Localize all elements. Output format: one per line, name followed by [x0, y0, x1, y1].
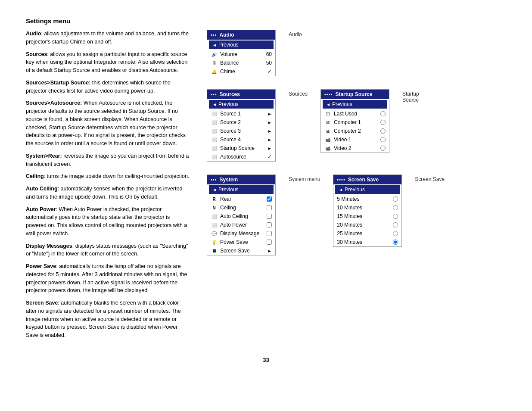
sources-previous-btn[interactable]: ◄ Previous	[209, 100, 274, 109]
arrow-right-icon: ►	[268, 112, 272, 116]
sources-menu-item[interactable]: ⬜ Source 4 ►	[207, 135, 275, 144]
page-number: 33	[26, 357, 506, 363]
system-menu-item[interactable]: R Rear	[207, 195, 275, 203]
arrow-right-icon: ►	[268, 146, 272, 151]
item-icon: 🖥	[211, 249, 218, 253]
system-previous-btn[interactable]: ◄ Previous	[209, 185, 274, 194]
checkbox-input[interactable]	[267, 222, 272, 227]
radio-input[interactable]	[380, 111, 386, 116]
screen-save-radio-item[interactable]: 15 Minutes	[333, 212, 401, 221]
audio-menu-item[interactable]: 🎛 Balance 50	[207, 59, 275, 67]
screen-save-previous-btn[interactable]: ◄ Previous	[335, 185, 400, 194]
system-label: System menu	[289, 176, 320, 182]
item-label: Balance	[220, 60, 264, 66]
screen-save-menu: •••• Screen Save ◄ Previous 5 Minutes 10…	[333, 174, 402, 247]
item-label: Autosource	[220, 154, 265, 160]
radio-input[interactable]	[380, 146, 386, 151]
sources-menu: ••• Sources ◄ Previous ⬜ Source 1 ►⬜ Sou…	[207, 89, 276, 162]
item-label: Source 4	[220, 137, 265, 143]
screen-save-radio-item[interactable]: 5 Minutes	[333, 195, 401, 203]
diagrams-column: ••• Audio ◄ Previous 🔊 Volume 60🎛 Balanc…	[207, 30, 506, 344]
item-icon: 📹	[324, 137, 331, 142]
startup-prev-arrow: ◄	[326, 102, 330, 107]
system-menu-item[interactable]: 💡 Power Save	[207, 238, 275, 246]
arrow-right-icon: ►	[268, 129, 272, 134]
screen-save-prev-label: Previous	[345, 187, 365, 193]
sources-prev-label: Previous	[218, 101, 239, 107]
startup-title-label: Startup Source	[335, 91, 372, 97]
system-menu-item[interactable]: 🖥 Screen Save ►	[207, 246, 275, 255]
audio-menu-item[interactable]: 🔊 Volume 60	[207, 50, 275, 59]
radio-input[interactable]	[393, 214, 398, 219]
item-label: Auto Power	[220, 222, 264, 228]
radio-input[interactable]	[380, 120, 386, 125]
audio-label: Audio	[289, 31, 302, 37]
system-prev-label: Previous	[218, 187, 239, 193]
audio-menu: ••• Audio ◄ Previous 🔊 Volume 60🎛 Balanc…	[207, 30, 276, 76]
screen-save-radio-item[interactable]: 20 Minutes	[333, 221, 401, 229]
item-label: Last Used	[334, 111, 357, 117]
item-label: Power Save	[220, 239, 264, 245]
radio-input[interactable]	[393, 222, 398, 227]
paragraph: Sources>Autosource: When Autosource is n…	[26, 99, 190, 148]
audio-prev-label: Previous	[218, 42, 239, 48]
screen-save-radio-item[interactable]: 30 Minutes	[333, 238, 401, 246]
checkbox-input[interactable]	[267, 214, 272, 219]
item-icon: ⬜	[211, 137, 218, 142]
screen-save-radio-item[interactable]: 10 Minutes	[333, 203, 401, 212]
sources-menu-item[interactable]: ⬜ Startup Source ►	[207, 144, 275, 153]
sources-menu-title: ••• Sources	[207, 90, 275, 99]
audio-previous-btn[interactable]: ◄ Previous	[209, 40, 274, 49]
item-label: 20 Minutes	[337, 222, 390, 228]
sources-label: Sources	[289, 91, 308, 97]
item-label: Screen Save	[220, 248, 265, 254]
system-menu-title: ••• System	[207, 175, 275, 184]
startup-radio-item[interactable]: 📹 Video 1	[321, 135, 389, 144]
item-label: 15 Minutes	[337, 213, 390, 219]
checkbox-input[interactable]	[267, 205, 272, 210]
startup-radio-item[interactable]: 🖥 Computer 2	[321, 127, 389, 135]
item-icon: ⬜	[211, 223, 218, 227]
paragraph: Screen Save: automatically blanks the sc…	[26, 299, 190, 339]
text-column: Audio: allows adjustments to the volume …	[26, 30, 190, 344]
sources-menu-item[interactable]: ⬜ Source 1 ►	[207, 109, 275, 118]
startup-radio-item[interactable]: 📹 Video 2	[321, 144, 389, 153]
item-label: Startup Source	[220, 145, 265, 151]
system-menu-item[interactable]: ⬜ Auto Ceiling	[207, 212, 275, 221]
item-icon: 📋	[324, 112, 331, 116]
item-icon: ⬜	[211, 146, 218, 151]
screen-save-radio-item[interactable]: 25 Minutes	[333, 229, 401, 238]
item-label: Auto Ceiling	[220, 213, 264, 219]
radio-input[interactable]	[393, 231, 398, 236]
item-label: Source 3	[220, 128, 265, 134]
checkbox-input[interactable]	[267, 231, 272, 236]
checkbox-input[interactable]	[267, 196, 272, 202]
system-menu-item[interactable]: N Ceiling	[207, 203, 275, 212]
radio-input[interactable]	[393, 240, 398, 245]
sources-menu-item[interactable]: ⬜ Autosource ✓	[207, 153, 275, 161]
radio-input[interactable]	[393, 196, 398, 202]
item-label: Rear	[220, 196, 264, 202]
radio-input[interactable]	[380, 137, 386, 142]
startup-menu-title: •••• Startup Source	[321, 90, 389, 99]
sources-menu-item[interactable]: ⬜ Source 2 ►	[207, 118, 275, 127]
sources-prev-arrow: ◄	[212, 102, 217, 107]
system-menu-item[interactable]: ⬜ Auto Power	[207, 221, 275, 229]
screen-save-title: •••• Screen Save	[333, 175, 401, 184]
checkbox-input[interactable]	[267, 240, 272, 245]
startup-source-menu: •••• Startup Source ◄ Previous 📋 Last Us…	[320, 89, 389, 153]
page-title: Settings menu	[26, 17, 506, 25]
startup-radio-item[interactable]: 🖥 Computer 1	[321, 118, 389, 127]
startup-previous-btn[interactable]: ◄ Previous	[323, 100, 387, 109]
system-menu-item[interactable]: 💬 Display Message	[207, 229, 275, 238]
item-icon: ⬜	[211, 214, 218, 219]
sources-menu-item[interactable]: ⬜ Source 3 ►	[207, 127, 275, 135]
radio-input[interactable]	[393, 205, 398, 210]
screen-save-dots: ••••	[337, 177, 345, 182]
item-label: 30 Minutes	[337, 239, 390, 245]
system-dots: •••	[211, 177, 217, 182]
radio-input[interactable]	[380, 128, 386, 134]
audio-menu-item[interactable]: 🔔 Chime ✓	[207, 67, 275, 76]
item-icon: 💡	[211, 240, 218, 245]
startup-radio-item[interactable]: 📋 Last Used	[321, 109, 389, 118]
